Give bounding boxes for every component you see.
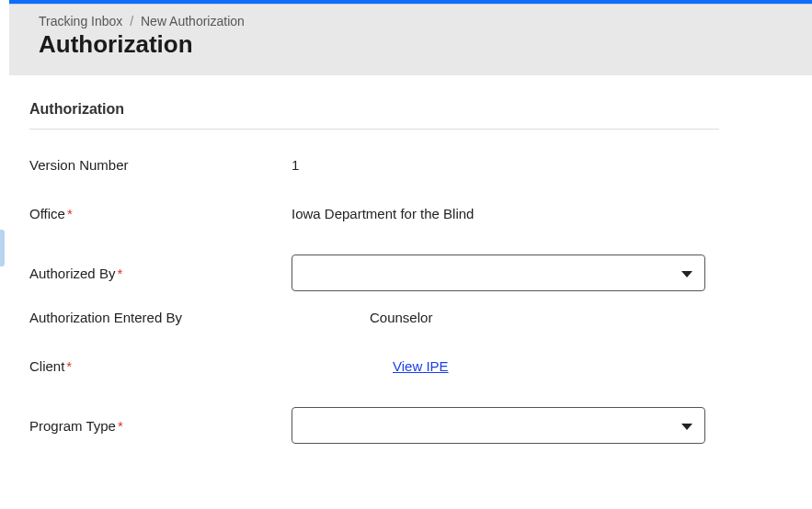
select-authorized-by[interactable]: [292, 254, 705, 291]
page-title: Authorization: [39, 30, 783, 59]
select-wrapper-authorized-by: [292, 254, 705, 291]
label-client: Client*: [29, 358, 292, 374]
value-office: Iowa Department for the Blind: [292, 206, 474, 221]
label-authorization-entered-by: Authorization Entered By: [29, 310, 292, 325]
page-header: Tracking Inbox / New Authorization Autho…: [9, 4, 812, 75]
form-content: Authorization Version Number 1 Office* I…: [0, 75, 812, 444]
label-version-number: Version Number: [29, 157, 292, 173]
value-version-number: 1: [292, 157, 299, 173]
label-program-type: Program Type*: [29, 418, 292, 434]
left-edge-indicator: [0, 230, 5, 266]
select-program-type[interactable]: [292, 407, 705, 444]
required-asterisk: *: [67, 206, 73, 221]
row-program-type: Program Type*: [29, 407, 783, 444]
breadcrumb: Tracking Inbox / New Authorization: [39, 14, 783, 28]
row-client: Client* View IPE: [29, 358, 783, 374]
required-asterisk: *: [117, 266, 122, 281]
row-office: Office* Iowa Department for the Blind: [29, 206, 783, 221]
required-asterisk: *: [118, 418, 123, 434]
link-view-ipe[interactable]: View IPE: [393, 358, 449, 374]
row-authorized-by: Authorized By*: [29, 254, 783, 291]
breadcrumb-separator: /: [130, 14, 133, 28]
select-wrapper-program-type: [292, 407, 705, 444]
label-authorized-by: Authorized By*: [29, 266, 292, 281]
section-title-authorization: Authorization: [29, 101, 719, 130]
required-asterisk: *: [66, 358, 72, 374]
breadcrumb-item-new-authorization: New Authorization: [141, 14, 245, 28]
row-version-number: Version Number 1: [29, 157, 783, 173]
value-authorization-entered-by: Counselor: [370, 310, 432, 325]
label-office: Office*: [29, 206, 292, 221]
row-authorization-entered-by: Authorization Entered By Counselor: [29, 310, 783, 325]
breadcrumb-item-tracking-inbox[interactable]: Tracking Inbox: [39, 14, 122, 28]
